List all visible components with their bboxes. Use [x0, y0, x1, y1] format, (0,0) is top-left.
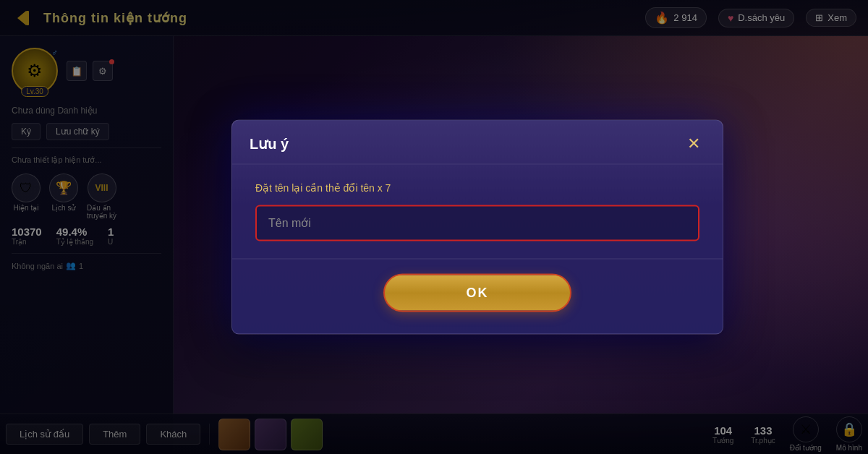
close-icon: ✕ [687, 134, 700, 153]
dialog-header: Lưu ý ✕ [232, 121, 723, 165]
dialog-title: Lưu ý [250, 135, 289, 153]
dialog-ok-wrapper: OK [255, 274, 699, 312]
dialog-input-wrapper [255, 205, 699, 241]
dialog-body: Đặt tên lại cần thẻ đổi tên x 7 OK [232, 165, 723, 334]
ok-button[interactable]: OK [383, 274, 571, 312]
dialog-subtitle: Đặt tên lại cần thẻ đổi tên x 7 [255, 182, 699, 194]
dialog-divider [232, 259, 723, 260]
ten-moi-input[interactable] [257, 207, 698, 240]
dialog-close-button[interactable]: ✕ [682, 132, 705, 155]
dialog: Lưu ý ✕ Đặt tên lại cần thẻ đổi tên x 7 … [231, 120, 723, 335]
